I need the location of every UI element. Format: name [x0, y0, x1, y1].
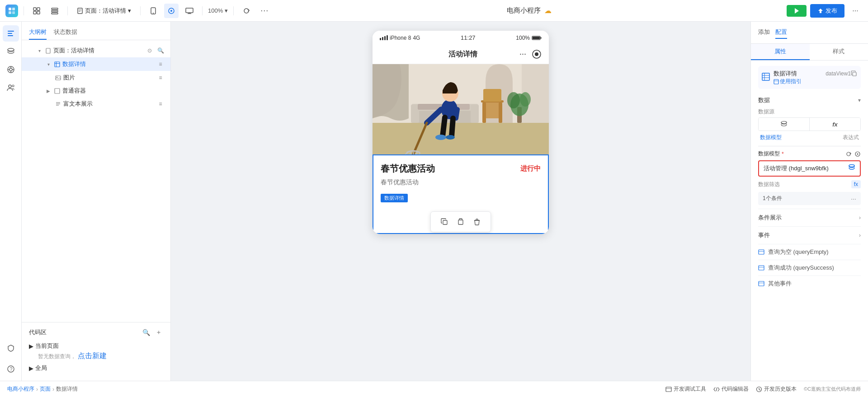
copy-icon-area[interactable]	[851, 70, 857, 77]
dataview-drag-icon[interactable]: ≡	[156, 60, 165, 69]
svg-rect-99	[666, 387, 671, 392]
sidebar-item-data[interactable]	[3, 43, 19, 60]
zoom-control[interactable]: 100% ▾	[208, 7, 228, 14]
bottom-right-tools: 开发调试工具 代码编辑器 开发历史版本 ©C逛购主宝低代码布道师	[665, 385, 861, 393]
dev-debug-tool[interactable]: 开发调试工具	[665, 385, 706, 393]
image-drag-icon[interactable]: ≡	[156, 73, 165, 82]
bc-page[interactable]: 页面	[40, 385, 51, 393]
code-editor-tool[interactable]: 代码编辑器	[713, 385, 749, 393]
tree-arrow-page[interactable]: ▾	[36, 47, 42, 54]
comp-tool-delete-icon[interactable]	[471, 215, 483, 228]
tab-state-data[interactable]: 状态数据	[54, 25, 77, 40]
nav-more-icon[interactable]: ···	[519, 49, 526, 59]
code-search-icon[interactable]: 🔍	[142, 328, 151, 337]
tree-arrow-dataview[interactable]: ▾	[45, 61, 52, 67]
tree-label-page: 页面：活动详情	[53, 47, 143, 55]
ds-btn-expression[interactable]: fx	[809, 118, 860, 131]
toolbar-more-button[interactable]: ···	[848, 4, 863, 18]
page-selector[interactable]: 页面：活动详情 ▾	[73, 5, 135, 17]
component-usage-link[interactable]: 使用指引	[774, 78, 857, 85]
create-new-link[interactable]: 点击新建	[78, 352, 107, 360]
events-section-row[interactable]: 事件 ›	[758, 226, 861, 244]
data-view-label: 数据详情	[381, 194, 408, 202]
fx-label: fx	[832, 121, 838, 128]
room-scene-svg	[373, 64, 549, 154]
tree-item-dataview[interactable]: ▾ 数据详情 ≡	[22, 57, 170, 71]
sidebar-item-outline[interactable]	[3, 25, 19, 42]
tab-styles[interactable]: 样式	[810, 44, 868, 60]
svg-rect-0	[9, 8, 11, 10]
svg-point-33	[12, 85, 14, 87]
device-tablet-button[interactable]	[164, 4, 179, 18]
top-toolbar: 页面：活动详情 ▾ 100% ▾ ··· 电商小程序 ☁ 发布 ···	[0, 0, 868, 22]
svg-rect-7	[37, 11, 40, 14]
device-phone-button[interactable]	[146, 4, 160, 18]
tab-properties[interactable]: 属性	[751, 44, 810, 60]
svg-rect-62	[471, 105, 479, 123]
event-item-empty[interactable]: 查询为空 (queryEmpty)	[758, 244, 861, 260]
device-desktop-button[interactable]	[182, 4, 197, 18]
current-page-section[interactable]: ▶ 当前页面	[29, 341, 163, 351]
tree-arrow-container[interactable]: ▶	[45, 88, 52, 94]
tree-item-image[interactable]: 图片 ≡	[22, 71, 170, 84]
richtext-drag-icon[interactable]: ≡	[156, 99, 165, 108]
history-tool[interactable]: 开发历史版本	[756, 385, 797, 393]
model-db-icon[interactable]	[848, 164, 855, 173]
tree-item-page[interactable]: ▾ 页面：活动详情 ⊙ 🔍	[22, 44, 170, 57]
nav-record-icon[interactable]	[532, 49, 542, 59]
toolbar-separator	[24, 6, 24, 15]
more-button[interactable]: ···	[257, 4, 272, 18]
sidebar-item-security[interactable]	[3, 343, 19, 359]
event-item-other[interactable]: 其他事件	[758, 276, 861, 291]
comp-tool-copy-icon[interactable]	[438, 215, 451, 228]
layout-grid-button[interactable]	[29, 4, 44, 18]
ds-btn-model[interactable]	[759, 118, 809, 131]
tab-outline[interactable]: 大纲树	[29, 25, 47, 40]
global-section-item[interactable]: ▶ 全局	[29, 363, 163, 374]
model-input-row[interactable]: 活动管理 (hdgl_snw9bfk)	[758, 160, 861, 177]
tree-item-richtext[interactable]: 富文本展示 ≡	[22, 97, 170, 111]
activity-image-bg	[373, 64, 549, 154]
data-view-component: 春节优惠活动 进行中 春节优惠活动 数据详情	[373, 154, 549, 234]
code-add-icon[interactable]: ＋	[154, 328, 163, 337]
model-settings-icon[interactable]	[854, 151, 861, 157]
event-item-icon2	[758, 265, 764, 271]
data-source-buttons: fx	[758, 117, 861, 131]
sidebar-item-users[interactable]	[3, 79, 19, 96]
publish-button[interactable]: 发布	[810, 4, 844, 18]
history-label: 开发历史版本	[764, 385, 797, 393]
component-toolbar	[430, 211, 491, 232]
filter-condition[interactable]: 1个条件 ···	[758, 192, 861, 205]
layout-list-button[interactable]	[47, 4, 62, 18]
dt-tab-expression[interactable]: 表达式	[841, 133, 861, 142]
filter-more-icon[interactable]: ···	[851, 195, 856, 202]
refresh-button[interactable]	[239, 4, 254, 18]
model-refresh-icon[interactable]	[845, 151, 852, 157]
sidebar-item-help[interactable]: ?	[3, 361, 19, 377]
svg-rect-23	[8, 33, 12, 34]
page-search-icon[interactable]: 🔍	[156, 46, 165, 55]
filter-fx-btn[interactable]: fx	[851, 180, 861, 188]
action-config[interactable]: 配置	[775, 26, 787, 39]
page-settings-icon[interactable]: ⊙	[145, 46, 154, 55]
svg-text:?: ?	[9, 366, 12, 372]
toolbar-sep5	[233, 6, 234, 15]
tree-item-container[interactable]: ▶ 普通容器	[22, 84, 170, 97]
bc-app[interactable]: 电商小程序	[7, 385, 34, 393]
action-add[interactable]: 添加	[758, 26, 770, 39]
svg-rect-47	[533, 37, 540, 39]
run-button[interactable]	[787, 5, 807, 17]
event-item-success[interactable]: 查询成功 (querySuccess)	[758, 260, 861, 276]
events-arrow: ›	[859, 232, 861, 238]
app-logo	[5, 5, 18, 17]
sidebar-item-flow[interactable]	[3, 61, 19, 78]
dt-tab-model[interactable]: 数据模型	[758, 133, 783, 142]
condition-section-row[interactable]: 条件展示 ›	[758, 209, 861, 226]
event-item-label1: 查询为空 (queryEmpty)	[768, 248, 829, 256]
comp-tool-paste-icon[interactable]	[454, 215, 467, 228]
publish-label: 发布	[826, 7, 837, 15]
debug-icon	[665, 386, 672, 392]
data-section-expand-icon[interactable]: ▾	[858, 97, 861, 103]
model-input-text: 活动管理 (hdgl_snw9bfk)	[764, 164, 848, 173]
svg-rect-86	[853, 72, 856, 76]
